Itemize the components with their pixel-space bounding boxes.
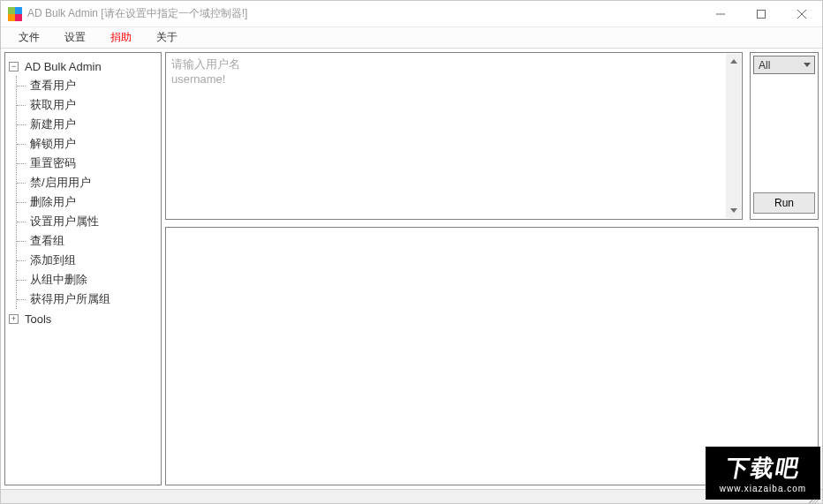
- resize-grip[interactable]: [806, 491, 819, 503]
- chevron-down-icon: [800, 56, 814, 73]
- tree-root-node[interactable]: − AD Bulk Admin: [9, 56, 159, 76]
- svg-marker-4: [730, 59, 737, 64]
- tree-root: − AD Bulk Admin 查看用户 获取用户 新建用户 解锁用户 重置密码…: [7, 56, 159, 328]
- menu-about[interactable]: 关于: [144, 28, 190, 47]
- spacer: [753, 79, 815, 187]
- tree-panel[interactable]: − AD Bulk Admin 查看用户 获取用户 新建用户 解锁用户 重置密码…: [4, 52, 162, 485]
- window-title: AD Bulk Admin [请在设置中指定一个域控制器!]: [27, 6, 700, 21]
- tree-item-reset-password[interactable]: 重置密码: [17, 154, 159, 173]
- tree-item-view-group[interactable]: 查看组: [17, 231, 159, 251]
- right-pane: All Run: [165, 52, 819, 485]
- svg-rect-1: [758, 10, 766, 18]
- filter-select[interactable]: All: [753, 56, 815, 74]
- maximize-button[interactable]: [741, 1, 781, 27]
- tree-item-view-user[interactable]: 查看用户: [17, 76, 159, 95]
- top-row: All Run: [165, 52, 819, 220]
- username-textarea[interactable]: [166, 53, 742, 219]
- menubar: 文件 设置 捐助 关于: [1, 27, 822, 49]
- maximize-icon: [757, 10, 766, 19]
- tree-tools-label: Tools: [22, 312, 54, 327]
- tree-tools-node[interactable]: + Tools: [9, 309, 159, 328]
- tree-item-new-user[interactable]: 新建用户: [17, 115, 159, 134]
- tree-item-get-user[interactable]: 获取用户: [17, 95, 159, 115]
- filter-selected-label: All: [759, 59, 770, 71]
- menu-settings[interactable]: 设置: [52, 28, 98, 47]
- statusbar: [1, 489, 822, 503]
- tree-item-add-to-group[interactable]: 添加到组: [17, 251, 159, 270]
- run-panel: All Run: [750, 52, 819, 220]
- tree-item-disable-enable-user[interactable]: 禁/启用用户: [17, 173, 159, 192]
- menu-file[interactable]: 文件: [6, 28, 52, 47]
- username-input-panel: [165, 52, 743, 220]
- minimize-icon: [716, 10, 725, 19]
- expand-icon[interactable]: +: [9, 314, 19, 324]
- svg-marker-6: [804, 63, 811, 67]
- output-panel[interactable]: [165, 227, 819, 485]
- collapse-icon[interactable]: −: [9, 62, 19, 71]
- minimize-button[interactable]: [700, 1, 741, 27]
- app-icon: [8, 7, 22, 21]
- client-area: − AD Bulk Admin 查看用户 获取用户 新建用户 解锁用户 重置密码…: [1, 49, 822, 489]
- run-button[interactable]: Run: [753, 192, 815, 214]
- titlebar: AD Bulk Admin [请在设置中指定一个域控制器!]: [1, 1, 822, 27]
- menu-donate[interactable]: 捐助: [98, 28, 144, 47]
- textarea-scrollbar[interactable]: [726, 54, 741, 218]
- scroll-up-icon[interactable]: [726, 54, 741, 69]
- window-controls: [700, 1, 822, 27]
- tree-item-delete-user[interactable]: 删除用户: [17, 192, 159, 212]
- svg-marker-5: [730, 208, 737, 213]
- tree-item-unlock-user[interactable]: 解锁用户: [17, 134, 159, 154]
- close-button[interactable]: [781, 1, 822, 27]
- tree-children: 查看用户 获取用户 新建用户 解锁用户 重置密码 禁/启用用户 删除用户 设置用…: [16, 76, 159, 309]
- tree-item-set-user-props[interactable]: 设置用户属性: [17, 212, 159, 231]
- tree-root-label: AD Bulk Admin: [22, 59, 104, 74]
- scroll-down-icon[interactable]: [726, 203, 741, 218]
- tree-item-remove-from-group[interactable]: 从组中删除: [17, 270, 159, 290]
- tree-item-get-user-groups[interactable]: 获得用户所属组: [17, 290, 159, 309]
- close-icon: [797, 10, 806, 19]
